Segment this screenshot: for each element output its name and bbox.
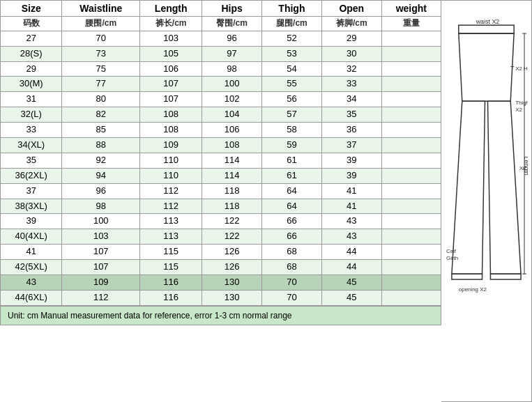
svg-text:X2: X2 (519, 165, 526, 171)
col-size-cn: 码数 (1, 17, 62, 31)
col-waist-cn: 腰围/cm (62, 17, 140, 31)
table-row: 35921101146139 (1, 153, 441, 168)
table-row: 2975106985432 (1, 61, 441, 77)
col-open-cn: 裤脚/cm (321, 17, 381, 31)
table-body: 277010396522928(S)7310597533029751069854… (1, 31, 441, 305)
table-row: 28(S)73105975330 (1, 46, 441, 61)
table-row: 411071151266844 (1, 245, 441, 260)
col-thigh-en: Thigh (262, 1, 322, 17)
table-row: 40(4XL)1031131226643 (1, 229, 441, 245)
svg-rect-0 (459, 25, 514, 33)
table-row: 431091161307045 (1, 275, 441, 291)
svg-text:Thigh: Thigh (515, 100, 528, 106)
svg-marker-7 (452, 101, 485, 274)
col-open-en: Open (321, 1, 381, 17)
col-length-en: Length (140, 1, 202, 17)
svg-text:Girth: Girth (446, 255, 458, 261)
table-section: Size Waistline Length Hips Thigh Open we… (0, 0, 441, 402)
col-thigh-cn: 腿围/cm (262, 17, 322, 31)
col-waist-en: Waistline (62, 1, 140, 17)
col-weight-cn: 重量 (381, 17, 441, 31)
table-row: 32(L)821081045735 (1, 107, 441, 123)
table-row: 30(M)771071005533 (1, 77, 441, 92)
table-row: 31801071025634 (1, 92, 441, 107)
col-length-cn: 裤长/cm (140, 17, 202, 31)
table-row: 44(6XL)1121161307045 (1, 290, 441, 305)
size-diagram: waist X2 X2 Hip Thigh X2 Length X2 (445, 17, 528, 386)
header-row-english: Size Waistline Length Hips Thigh Open we… (1, 1, 441, 17)
svg-text:X2 Hip: X2 Hip (515, 65, 528, 71)
diagram-section: waist X2 X2 Hip Thigh X2 Length X2 (441, 0, 532, 402)
footer-note: Unit: cm Manual measurement data for ref… (0, 306, 441, 325)
svg-rect-16 (452, 274, 482, 279)
size-table: Size Waistline Length Hips Thigh Open we… (0, 0, 441, 306)
col-weight-en: weight (381, 1, 441, 17)
table-row: 42(5XL)1071151266844 (1, 260, 441, 275)
header-row-chinese: 码数 腰围/cm 裤长/cm 臀围/cm 腿围/cm 裤脚/cm 重量 (1, 17, 441, 31)
col-hips-en: Hips (202, 1, 262, 17)
table-row: 391001131226643 (1, 214, 441, 229)
col-hips-cn: 臀围/cm (202, 17, 262, 31)
svg-marker-8 (487, 101, 521, 274)
table-row: 38(3XL)981121186441 (1, 199, 441, 214)
table-row: 33851081065836 (1, 123, 441, 138)
col-size-en: Size (1, 1, 62, 17)
table-row: 2770103965229 (1, 31, 441, 46)
table-row: 37961121186441 (1, 183, 441, 199)
svg-text:opening X2: opening X2 (459, 286, 487, 292)
svg-text:Calf: Calf (446, 248, 457, 254)
table-row: 34(XL)881091085937 (1, 138, 441, 153)
table-row: 36(2XL)941101146139 (1, 168, 441, 183)
main-container: Size Waistline Length Hips Thigh Open we… (0, 0, 532, 402)
svg-marker-2 (459, 33, 514, 101)
svg-rect-17 (490, 274, 521, 279)
svg-text:X2: X2 (515, 107, 522, 113)
svg-text:waist X2: waist X2 (476, 18, 500, 25)
